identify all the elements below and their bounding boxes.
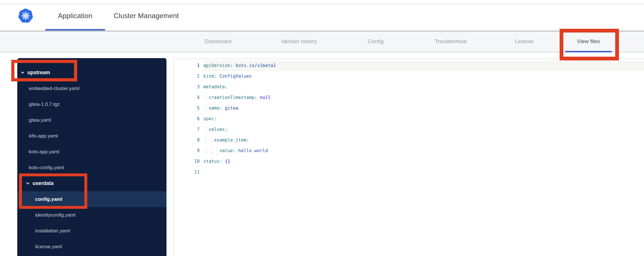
file-label: installation.yaml <box>35 228 70 234</box>
tree-folder-userdata[interactable]: userdata <box>17 175 166 191</box>
code-line-4: 4 creationTimestamp: null <box>174 92 644 103</box>
tree-file-gitea-1-0-7-tgz[interactable]: gitea-1.0.7.tgz <box>17 96 166 112</box>
line-number: 4 <box>174 92 200 103</box>
line-number: 3 <box>174 82 200 92</box>
line-number: 6 <box>174 114 200 124</box>
indent-guide <box>206 147 206 155</box>
tree-file-gitea-yaml[interactable]: gitea.yaml <box>17 112 166 128</box>
yaml-token-plain <box>203 137 214 143</box>
subnav-tab-version-history[interactable]: Version history <box>281 38 317 45</box>
code-line-6: 6spec: <box>174 114 644 124</box>
indent-guide <box>206 125 206 134</box>
topbar-tab-application[interactable]: Application <box>58 12 92 20</box>
tree-file-embedded-cluster-yaml[interactable]: embedded-cluster.yaml <box>17 81 166 96</box>
yaml-token-atom: null <box>257 95 271 100</box>
app-subnav: DashboardVersion historyConfigTroublesho… <box>0 31 644 52</box>
code-text: values: <box>203 124 644 135</box>
indent-guide <box>211 147 212 155</box>
chevron-down-icon <box>26 182 30 185</box>
code-text: kind: ConfigValues <box>203 71 644 82</box>
yaml-token-val: hello world <box>236 148 268 153</box>
subnav-tab-license[interactable]: License <box>515 38 534 45</box>
code-text: apiVersion: kots.io/v1beta1 <box>203 60 644 71</box>
line-number: 1 <box>174 60 200 71</box>
topbar-tab-cluster-management[interactable]: Cluster Management <box>114 12 179 20</box>
yaml-file-viewer[interactable]: 1apiVersion: kots.io/v1beta12kind: Confi… <box>173 59 644 256</box>
code-text: status: {} <box>203 156 644 167</box>
yaml-token-key: name: <box>209 106 222 111</box>
code-text: creationTimestamp: null <box>203 92 644 103</box>
code-text: name: gitea <box>203 103 644 114</box>
line-number: 7 <box>174 124 200 135</box>
yaml-token-key: status: <box>203 159 222 164</box>
file-label: kots-app.yaml <box>29 149 59 155</box>
tree-file-config-yaml[interactable]: config.yaml <box>17 191 166 207</box>
tree-file-kots-app-yaml[interactable]: kots-app.yaml <box>17 144 166 160</box>
code-line-3: 3metadata: <box>174 82 644 92</box>
yaml-token-key: creationTimestamp: <box>209 95 257 100</box>
tree-file-installation-yaml[interactable]: installation.yaml <box>17 223 166 239</box>
yaml-token-val: kots.io/v1beta1 <box>233 63 276 68</box>
code-text <box>203 167 644 177</box>
yaml-token-val: ConfigValues <box>217 74 252 79</box>
code-line-10: 10status: {} <box>174 156 644 167</box>
kubernetes-logo-icon <box>18 8 33 24</box>
chevron-down-icon <box>21 71 24 74</box>
yaml-token-key: metadata: <box>203 84 228 89</box>
subnav-tab-config[interactable]: Config <box>368 38 384 45</box>
yaml-token-key: example_item: <box>214 137 249 143</box>
file-label: kots-config.yaml <box>29 165 64 171</box>
line-number: 9 <box>174 146 200 156</box>
file-label: gitea.yaml <box>29 117 51 123</box>
code-line-1: 1apiVersion: kots.io/v1beta1 <box>174 60 644 71</box>
subnav-tab-dashboard[interactable]: Dashboard <box>205 38 232 45</box>
file-label: gitea-1.0.7.tgz <box>29 102 60 107</box>
top-bar: ApplicationCluster Management <box>0 4 644 31</box>
tree-file-license-yaml[interactable]: license.yaml <box>17 239 166 255</box>
code-line-8: 8 example_item: <box>174 135 644 146</box>
yaml-token-key: values: <box>209 127 228 132</box>
code-line-11: 11 <box>174 167 644 177</box>
active-tab-underline <box>565 51 612 52</box>
line-number: 2 <box>174 71 200 82</box>
line-number: 5 <box>174 103 200 114</box>
folder-label: upstream <box>27 70 50 76</box>
indent-guide <box>206 136 206 144</box>
code-line-9: 9 value: hello world <box>174 146 644 156</box>
code-line-7: 7 values: <box>174 124 644 135</box>
subnav-tab-view-files[interactable]: View files <box>577 38 600 45</box>
yaml-token-key: kind: <box>203 74 217 79</box>
tree-folder-upstream[interactable]: upstream <box>17 65 166 81</box>
code-text: spec: <box>203 114 644 124</box>
file-tree-sidebar[interactable]: upstreamembedded-cluster.yamlgitea-1.0.7… <box>17 58 166 256</box>
file-label: config.yaml <box>35 196 62 202</box>
code-text: example_item: <box>203 135 644 146</box>
indent-guide <box>217 147 217 155</box>
code-text: value: hello world <box>203 146 644 156</box>
file-label: embedded-cluster.yaml <box>29 86 79 91</box>
indent-guide <box>206 104 206 112</box>
tree-file-k8s-app-yaml[interactable]: k8s-app.yaml <box>17 128 166 144</box>
yaml-token-key: apiVersion: <box>203 63 233 68</box>
line-number: 8 <box>174 135 200 146</box>
file-label: k8s-app.yaml <box>29 133 58 139</box>
yaml-token-key: spec: <box>203 116 217 121</box>
file-label: license.yaml <box>35 244 62 250</box>
yaml-token-atom: {} <box>222 159 230 164</box>
yaml-token-key: value: <box>219 148 236 153</box>
file-label: identityconfig.yaml <box>35 212 75 218</box>
folder-label: userdata <box>33 180 54 186</box>
tree-file-kots-config-yaml[interactable]: kots-config.yaml <box>17 160 166 175</box>
code-line-2: 2kind: ConfigValues <box>174 71 644 82</box>
active-tab-underline <box>46 29 105 30</box>
indent-guide <box>211 136 212 144</box>
code-text: metadata: <box>203 82 644 92</box>
line-number: 11 <box>174 167 200 177</box>
code-line-5: 5 name: gitea <box>174 103 644 114</box>
line-number: 10 <box>174 156 200 167</box>
yaml-token-val: gitea <box>222 106 238 111</box>
indent-guide <box>206 93 206 102</box>
subnav-tab-troubleshoot[interactable]: Troubleshoot <box>435 38 467 45</box>
tree-file-identityconfig-yaml[interactable]: identityconfig.yaml <box>17 207 166 223</box>
